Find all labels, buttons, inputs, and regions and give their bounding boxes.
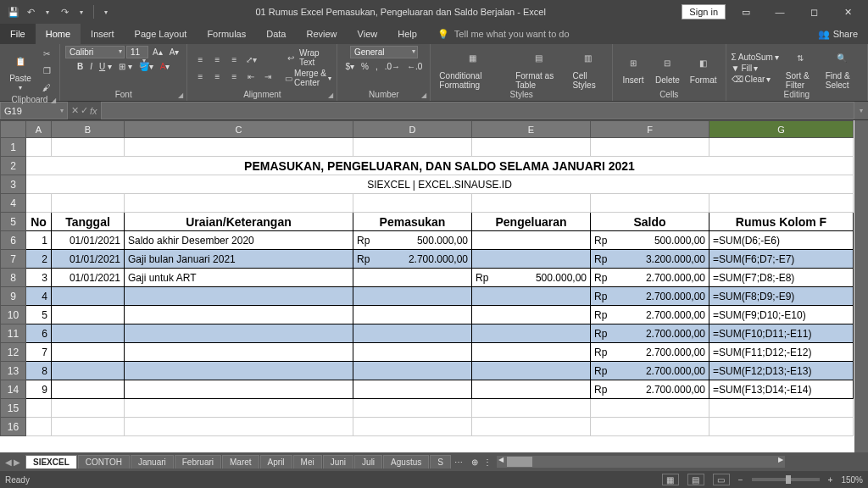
table-cell[interactable]: Rp500.000,00 <box>591 231 709 250</box>
table-cell[interactable]: Rp2.700.000,00 <box>591 343 709 362</box>
tab-help[interactable]: Help <box>387 24 427 44</box>
sheet-overflow-icon[interactable]: ⋯ <box>451 458 466 467</box>
table-cell[interactable]: Rp500.000,00 <box>353 231 472 250</box>
col-header-F[interactable]: F <box>591 121 709 138</box>
dec-decimal-button[interactable]: ←.0 <box>404 61 425 72</box>
border-button[interactable]: ⊞ ▾ <box>116 61 135 72</box>
table-cell[interactable] <box>125 343 353 362</box>
col-header-D[interactable]: D <box>353 121 472 138</box>
ribbon-options-icon[interactable]: ▭ <box>732 3 760 20</box>
tab-split-icon[interactable]: ⋮ <box>483 458 492 467</box>
tab-home[interactable]: Home <box>36 24 81 44</box>
zoom-out-icon[interactable]: − <box>738 475 743 485</box>
insert-cells-button[interactable]: ⊞Insert <box>618 51 648 85</box>
accounting-format-button[interactable]: $▾ <box>342 61 357 72</box>
table-cell[interactable] <box>353 343 472 362</box>
col-header-E[interactable]: E <box>472 121 591 138</box>
minimize-icon[interactable]: — <box>766 3 793 20</box>
table-cell[interactable]: 01/01/2021 <box>52 231 125 250</box>
share-button[interactable]: 👥 Share <box>808 24 868 44</box>
worksheet-grid[interactable]: ABCDEFG12PEMASUKAN, PENGELUARAN, DAN SAL… <box>0 120 854 452</box>
tab-insert[interactable]: Insert <box>81 24 125 44</box>
dialog-launcher-icon[interactable]: ◢ <box>178 92 183 99</box>
select-all-corner[interactable] <box>1 121 26 138</box>
sheet-tab-s[interactable]: S <box>430 455 451 469</box>
row-header-7[interactable]: 7 <box>1 250 26 269</box>
new-sheet-icon[interactable]: ⊕ <box>466 458 483 467</box>
table-cell[interactable] <box>472 306 591 324</box>
sheet-tab-juni[interactable]: Juni <box>323 455 353 469</box>
table-cell[interactable]: =SUM(F8;D9;-E9) <box>709 287 854 306</box>
row-header-10[interactable]: 10 <box>1 306 26 324</box>
indent-inc-icon[interactable]: ⇥ <box>260 69 275 84</box>
underline-button[interactable]: U ▾ <box>97 61 114 72</box>
table-cell[interactable]: 01/01/2021 <box>52 269 125 287</box>
font-color-button[interactable]: A▾ <box>158 61 173 72</box>
undo-dropdown-icon[interactable]: ▾ <box>41 5 54 19</box>
align-center-icon[interactable]: ≡ <box>209 69 225 84</box>
tell-me[interactable]: 💡 Tell me what you want to do <box>427 24 570 44</box>
vertical-scrollbar[interactable] <box>854 120 868 452</box>
table-cell[interactable] <box>353 287 472 306</box>
row-header-9[interactable]: 9 <box>1 287 26 306</box>
table-cell[interactable] <box>353 324 472 343</box>
fill-button[interactable]: ▼ Fill ▾ <box>732 64 779 73</box>
inc-decimal-button[interactable]: .0→ <box>382 61 403 72</box>
table-cell[interactable] <box>472 343 591 362</box>
align-bottom-icon[interactable]: ≡ <box>226 52 242 67</box>
paste-button[interactable]: 📋 Paste▾ <box>5 49 36 92</box>
format-cells-button[interactable]: ◧Format <box>687 51 721 85</box>
sheet-nav-prev-icon[interactable]: ◀ <box>5 458 12 467</box>
align-left-icon[interactable]: ≡ <box>192 69 208 84</box>
grow-font-icon[interactable]: A▴ <box>150 47 165 58</box>
table-cell[interactable] <box>52 306 125 324</box>
zoom-in-icon[interactable]: + <box>828 475 833 485</box>
table-cell[interactable] <box>472 362 591 380</box>
merge-center-button[interactable]: Merge & Center <box>294 69 326 87</box>
sort-filter-button[interactable]: ⇅Sort & Filter <box>782 47 819 90</box>
table-cell[interactable] <box>472 324 591 343</box>
tab-review[interactable]: Review <box>296 24 347 44</box>
dialog-launcher-icon[interactable]: ◢ <box>51 97 56 104</box>
table-cell[interactable] <box>125 306 353 324</box>
fill-color-button[interactable]: 🪣▾ <box>136 61 156 72</box>
table-cell[interactable]: =SUM(F12;D13;-E13) <box>709 362 854 380</box>
table-cell[interactable] <box>125 324 353 343</box>
delete-cells-button[interactable]: ⊟Delete <box>652 51 683 85</box>
percent-format-button[interactable]: % <box>359 61 371 72</box>
horizontal-scrollbar[interactable]: ◀ ▶ <box>497 456 785 468</box>
col-header-B[interactable]: B <box>52 121 125 138</box>
table-cell[interactable]: Rp2.700.000,00 <box>591 380 709 399</box>
bold-button[interactable]: B <box>75 61 86 72</box>
row-header-14[interactable]: 14 <box>1 380 26 399</box>
row-header-6[interactable]: 6 <box>1 231 26 250</box>
orientation-icon[interactable]: ⤢▾ <box>243 52 259 67</box>
sheet-tab-april[interactable]: April <box>260 455 292 469</box>
format-as-table-button[interactable]: ▤Format as Table <box>512 47 565 90</box>
table-cell[interactable]: =SUM(F9;D10;-E10) <box>709 306 854 324</box>
table-cell[interactable]: 1 <box>26 231 52 250</box>
table-cell[interactable] <box>52 287 125 306</box>
table-cell[interactable] <box>52 380 125 399</box>
row-header-11[interactable]: 11 <box>1 324 26 343</box>
autosum-button[interactable]: Σ AutoSum ▾ <box>732 53 779 62</box>
tab-data[interactable]: Data <box>256 24 296 44</box>
italic-button[interactable]: I <box>87 61 95 72</box>
dialog-launcher-icon[interactable]: ◢ <box>421 92 426 99</box>
row-header-12[interactable]: 12 <box>1 343 26 362</box>
shrink-font-icon[interactable]: A▾ <box>167 47 182 58</box>
wrap-text-button[interactable]: Wrap Text <box>299 48 332 67</box>
redo-icon[interactable]: ↷ <box>58 5 71 19</box>
table-cell[interactable] <box>125 362 353 380</box>
table-cell[interactable] <box>353 380 472 399</box>
table-cell[interactable]: 5 <box>26 306 52 324</box>
row-header-16[interactable]: 16 <box>1 418 26 436</box>
col-header-G[interactable]: G <box>709 121 854 138</box>
cell-styles-button[interactable]: ▥Cell Styles <box>569 47 607 90</box>
qat-customize-icon[interactable]: ▾ <box>99 5 113 19</box>
page-layout-view-icon[interactable]: ▤ <box>687 474 704 485</box>
table-cell[interactable]: 7 <box>26 343 52 362</box>
align-top-icon[interactable]: ≡ <box>192 52 208 67</box>
table-cell[interactable]: 01/01/2021 <box>52 250 125 269</box>
find-select-button[interactable]: 🔍Find & Select <box>822 47 862 90</box>
